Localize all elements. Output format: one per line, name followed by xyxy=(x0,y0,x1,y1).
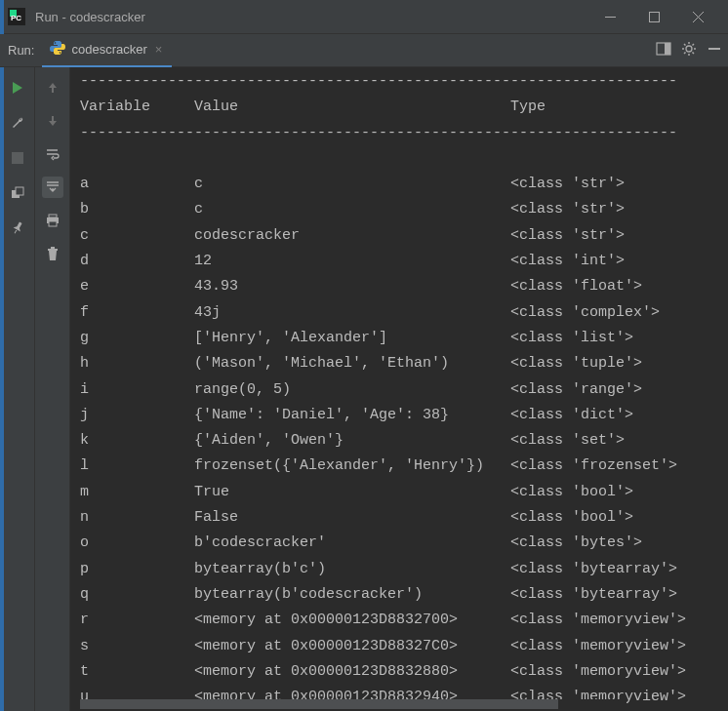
tab-label: codescracker xyxy=(71,42,146,57)
horizontal-scrollbar-thumb[interactable] xyxy=(80,699,558,709)
scroll-to-end-icon[interactable] xyxy=(42,177,63,198)
svg-text:PC: PC xyxy=(11,14,21,22)
svg-line-16 xyxy=(684,44,686,46)
svg-line-19 xyxy=(693,44,695,46)
svg-point-11 xyxy=(686,46,692,52)
window-title: Run - codescracker xyxy=(35,10,588,24)
window-active-edge xyxy=(0,0,4,711)
console-output[interactable]: ----------------------------------------… xyxy=(70,67,728,711)
svg-line-18 xyxy=(684,53,686,55)
maximize-button[interactable] xyxy=(632,0,676,34)
svg-rect-27 xyxy=(49,221,57,226)
svg-rect-4 xyxy=(650,12,660,21)
close-button[interactable] xyxy=(676,0,720,34)
print-icon[interactable] xyxy=(42,210,63,231)
layout-settings-icon[interactable] xyxy=(656,41,671,59)
arrow-up-icon[interactable] xyxy=(42,77,63,99)
tabbar-right-controls xyxy=(656,41,722,59)
stop-icon[interactable] xyxy=(7,147,28,169)
hide-panel-icon[interactable] xyxy=(707,41,722,59)
minimize-button[interactable] xyxy=(588,0,632,34)
wrench-icon[interactable] xyxy=(7,112,28,134)
gear-icon[interactable] xyxy=(681,41,697,59)
tab-codescracker[interactable]: codescracker × xyxy=(42,34,172,67)
svg-rect-25 xyxy=(49,215,57,217)
python-file-icon xyxy=(50,40,65,59)
window-controls xyxy=(588,0,720,34)
tab-close-icon[interactable]: × xyxy=(153,42,165,57)
svg-line-17 xyxy=(693,53,695,55)
soft-wrap-icon[interactable] xyxy=(42,143,63,165)
run-icon[interactable] xyxy=(7,77,28,99)
svg-marker-21 xyxy=(13,82,22,94)
run-action-sidebar xyxy=(0,67,35,711)
console-text: ----------------------------------------… xyxy=(70,67,728,710)
svg-rect-24 xyxy=(16,187,23,195)
pin-icon[interactable] xyxy=(7,217,28,239)
run-label: Run: xyxy=(0,43,42,58)
arrow-down-icon[interactable] xyxy=(42,110,63,132)
layout-restore-icon[interactable] xyxy=(7,182,28,204)
console-action-sidebar xyxy=(35,67,70,711)
tabbar: Run: codescracker × xyxy=(0,34,728,67)
titlebar: PC Run - codescracker xyxy=(0,0,728,34)
svg-point-8 xyxy=(60,52,61,54)
svg-rect-10 xyxy=(665,43,670,55)
svg-rect-29 xyxy=(51,247,55,249)
pycharm-app-icon: PC xyxy=(8,8,25,25)
svg-point-7 xyxy=(55,42,57,44)
horizontal-scrollbar[interactable] xyxy=(80,699,627,709)
trash-icon[interactable] xyxy=(42,243,63,264)
content-area: ----------------------------------------… xyxy=(0,67,728,711)
svg-rect-28 xyxy=(48,249,58,251)
svg-rect-22 xyxy=(12,152,23,164)
